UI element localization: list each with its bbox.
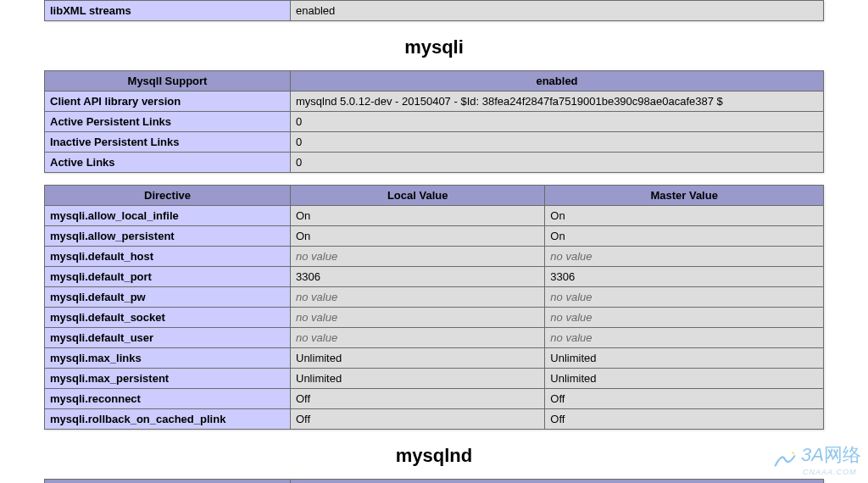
local-value: no value <box>291 247 545 267</box>
mysqli-support-header-right: enabled <box>291 71 824 92</box>
mysqlnd-header-right: enabled <box>291 480 824 484</box>
table-row: mysqli.default_pwno valueno value <box>45 287 824 308</box>
master-value: On <box>545 206 824 226</box>
table-header-row: mysqlnd enabled <box>45 480 824 484</box>
directive-key: mysqli.rollback_on_cached_plink <box>45 409 291 430</box>
mysqlnd-header-left: mysqlnd <box>45 480 291 484</box>
table-row: mysqli.allow_persistentOnOn <box>45 226 824 247</box>
master-value: no value <box>545 287 824 308</box>
table-row: mysqli.default_userno valueno value <box>45 328 824 348</box>
directive-key: mysqli.default_pw <box>45 287 291 308</box>
table-row: mysqli.default_socketno valueno value <box>45 308 824 328</box>
directive-key: mysqli.max_persistent <box>45 369 291 389</box>
master-value-header: Master Value <box>545 186 824 206</box>
master-value: Unlimited <box>545 369 824 389</box>
directive-key: mysqli.default_port <box>45 267 291 287</box>
directive-key: mysqli.default_user <box>45 328 291 348</box>
libxml-streams-key: libXML streams <box>45 1 291 21</box>
master-value: On <box>545 226 824 247</box>
local-value-header: Local Value <box>291 186 545 206</box>
directive-key: mysqli.default_socket <box>45 308 291 328</box>
local-value: On <box>291 206 545 226</box>
master-value: Unlimited <box>545 348 824 369</box>
local-value: 3306 <box>291 267 545 287</box>
config-key: Client API library version <box>45 92 291 112</box>
mysqli-support-header-left: MysqlI Support <box>45 71 291 92</box>
master-value: no value <box>545 308 824 328</box>
table-row: mysqli.allow_local_infileOnOn <box>45 206 824 226</box>
master-value: Off <box>545 409 824 430</box>
table-row: mysqli.rollback_on_cached_plinkOffOff <box>45 409 824 430</box>
table-row: mysqli.reconnectOffOff <box>45 389 824 409</box>
local-value: Off <box>291 389 545 409</box>
local-value: Unlimited <box>291 348 545 369</box>
mysqli-directives-table: Directive Local Value Master Value mysql… <box>44 185 824 430</box>
local-value: On <box>291 226 545 247</box>
table-row: Active Persistent Links0 <box>45 112 824 132</box>
config-key: Inactive Persistent Links <box>45 132 291 153</box>
table-row: mysqli.default_hostno valueno value <box>45 247 824 267</box>
config-value: 0 <box>291 112 824 132</box>
table-row: Client API library versionmysqlnd 5.0.12… <box>45 92 824 112</box>
local-value: Unlimited <box>291 369 545 389</box>
libxml-streams-value: enabled <box>291 1 824 21</box>
config-value: mysqlnd 5.0.12-dev - 20150407 - $Id: 38f… <box>291 92 824 112</box>
libxml-table: libXML streams enabled <box>44 0 824 21</box>
directive-header: Directive <box>45 186 291 206</box>
directive-key: mysqli.allow_local_infile <box>45 206 291 226</box>
table-row: libXML streams enabled <box>45 1 824 21</box>
master-value: 3306 <box>545 267 824 287</box>
local-value: no value <box>291 287 545 308</box>
local-value: no value <box>291 328 545 348</box>
master-value: no value <box>545 247 824 267</box>
config-key: Active Persistent Links <box>45 112 291 132</box>
watermark-text: 网络 <box>824 444 861 465</box>
config-value: 0 <box>291 153 824 173</box>
config-value: 0 <box>291 132 824 153</box>
mysqli-title: mysqli <box>44 36 824 58</box>
local-value: Off <box>291 409 545 430</box>
table-row: mysqli.default_port33063306 <box>45 267 824 287</box>
directive-key: mysqli.reconnect <box>45 389 291 409</box>
table-header-row: Directive Local Value Master Value <box>45 186 824 206</box>
table-row: mysqli.max_persistentUnlimitedUnlimited <box>45 369 824 389</box>
mysqli-support-table: MysqlI Support enabled Client API librar… <box>44 70 824 173</box>
table-row: Active Links0 <box>45 153 824 173</box>
table-header-row: MysqlI Support enabled <box>45 71 824 92</box>
directive-key: mysqli.allow_persistent <box>45 226 291 247</box>
master-value: no value <box>545 328 824 348</box>
directive-key: mysqli.max_links <box>45 348 291 369</box>
table-row: mysqli.max_linksUnlimitedUnlimited <box>45 348 824 369</box>
mysqlnd-table: mysqlnd enabled <box>44 479 824 483</box>
local-value: no value <box>291 308 545 328</box>
config-key: Active Links <box>45 153 291 173</box>
master-value: Off <box>545 389 824 409</box>
table-row: Inactive Persistent Links0 <box>45 132 824 153</box>
directive-key: mysqli.default_host <box>45 247 291 267</box>
mysqlnd-title: mysqlnd <box>44 445 824 467</box>
